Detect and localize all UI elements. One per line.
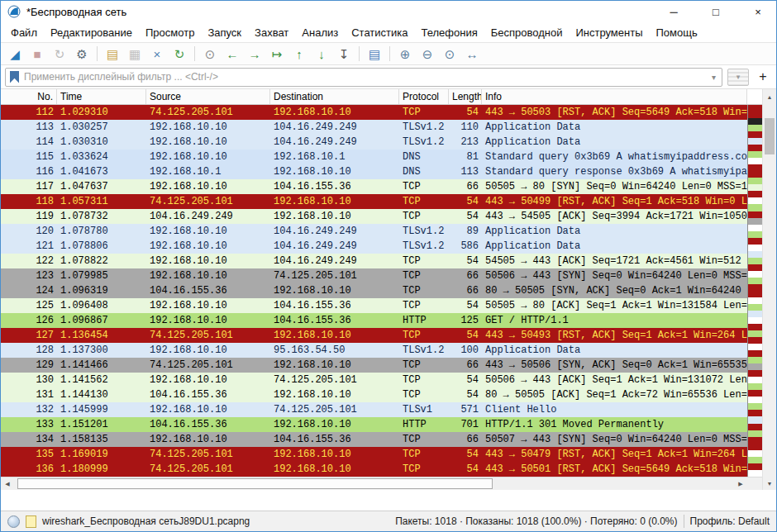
filter-bookmark-icon[interactable]	[10, 71, 19, 83]
filter-expression-button[interactable]: ▾	[727, 69, 749, 86]
horizontal-scroll-thumb[interactable]	[17, 478, 493, 489]
cell-length: 54	[449, 105, 482, 120]
packet-row[interactable]: 1211.078806192.168.10.10104.16.249.249TL…	[1, 239, 747, 254]
scroll-left-button[interactable]: ◀	[1, 477, 14, 490]
column-header-source[interactable]: Source	[146, 89, 270, 104]
column-header-info[interactable]: Info	[482, 89, 747, 104]
cell-info: 50506 → 443 [ACK] Seq=1 Ack=1 Win=131072…	[482, 373, 747, 387]
packet-row[interactable]: 1281.137300192.168.10.1095.163.54.50TLSv…	[1, 343, 747, 358]
packet-row[interactable]: 1131.030257192.168.10.10104.16.249.249TL…	[1, 120, 747, 135]
menu-analyze[interactable]: Анализ	[295, 24, 345, 41]
auto-scroll-button[interactable]: ↧	[333, 44, 355, 64]
display-filter-input[interactable]	[24, 71, 705, 83]
filter-dropdown-icon[interactable]: ▾	[710, 73, 717, 82]
stop-capture-button[interactable]: ■	[26, 44, 48, 64]
minimap-stripe	[748, 377, 762, 383]
maximize-button[interactable]: □	[698, 1, 734, 22]
display-filter-field[interactable]: ▾	[5, 68, 722, 87]
open-file-button[interactable]: ▤	[102, 44, 123, 64]
zoom-out-button[interactable]: ⊖	[417, 44, 438, 64]
close-file-button[interactable]: ×	[146, 44, 168, 64]
column-header-no[interactable]: No.	[1, 89, 57, 104]
packet-row[interactable]: 1321.145999192.168.10.1074.125.205.101TL…	[1, 402, 747, 417]
packet-row[interactable]: 1151.033624192.168.10.10192.168.10.1DNS8…	[1, 150, 747, 164]
column-header-length[interactable]: Length	[449, 89, 482, 104]
minimize-button[interactable]: ─	[655, 1, 692, 22]
restart-capture-button[interactable]: ↻	[49, 44, 70, 64]
menu-telephony[interactable]: Телефония	[414, 24, 484, 41]
column-header-protocol[interactable]: Protocol	[399, 89, 449, 104]
zoom-original-button[interactable]: ⊙	[439, 44, 460, 64]
packet-row[interactable]: 1341.158135192.168.10.10104.16.155.36TCP…	[1, 432, 747, 447]
horizontal-scroll-track[interactable]	[14, 477, 734, 490]
menu-tools[interactable]: Инструменты	[569, 24, 649, 41]
packet-row[interactable]: 1121.02931074.125.205.101192.168.10.10TC…	[1, 105, 747, 120]
packet-minimap[interactable]	[747, 105, 762, 477]
menu-capture[interactable]: Захват	[248, 24, 295, 41]
packet-row[interactable]: 1351.16901974.125.205.101192.168.10.10TC…	[1, 447, 747, 462]
start-capture-button[interactable]: ◢	[4, 44, 26, 64]
expert-information-icon[interactable]	[7, 515, 20, 528]
vertical-scroll-thumb[interactable]	[765, 118, 775, 154]
cell-time: 1.180999	[57, 462, 146, 477]
zoom-in-button[interactable]: ⊕	[394, 44, 416, 64]
cell-no: 117	[1, 179, 57, 194]
colorize-button[interactable]: ▤	[364, 44, 385, 64]
capture-filename: wireshark_Беспроводная сетьJ89DU1.pcapng	[42, 515, 250, 527]
packet-row[interactable]: 1181.05731174.125.205.101192.168.10.10TC…	[1, 194, 747, 209]
packet-row[interactable]: 1161.041673192.168.10.1192.168.10.10DNS1…	[1, 164, 747, 179]
packet-rows: 1121.02931074.125.205.101192.168.10.10TC…	[1, 105, 747, 477]
minimap-stripe	[748, 105, 762, 112]
save-file-button[interactable]: ▦	[124, 44, 145, 64]
packet-row[interactable]: 1331.151201104.16.155.36192.168.10.10HTT…	[1, 417, 747, 432]
scroll-down-button[interactable]: ▼	[762, 477, 776, 490]
menu-view[interactable]: Просмотр	[139, 24, 201, 41]
scroll-right-button[interactable]: ▶	[734, 477, 747, 490]
packet-row[interactable]: 1251.096408192.168.10.10104.16.155.36TCP…	[1, 298, 747, 313]
add-filter-button[interactable]: +	[754, 68, 772, 86]
capture-file-properties-icon[interactable]	[26, 515, 36, 528]
packet-row[interactable]: 1361.18099974.125.205.101192.168.10.10TC…	[1, 462, 747, 477]
vertical-scrollbar[interactable]	[762, 105, 776, 477]
menu-statistics[interactable]: Статистика	[345, 24, 414, 41]
cell-no: 135	[1, 447, 57, 462]
packet-row[interactable]: 1141.030310192.168.10.10104.16.249.249TL…	[1, 135, 747, 150]
packet-row[interactable]: 1171.047637192.168.10.10104.16.155.36TCP…	[1, 179, 747, 194]
first-packet-button[interactable]: ↑	[288, 44, 310, 64]
packet-row[interactable]: 1241.096319104.16.155.36192.168.10.10TCP…	[1, 283, 747, 298]
packet-row[interactable]: 1201.078780192.168.10.10104.16.249.249TL…	[1, 224, 747, 239]
resize-columns-button[interactable]: ↔	[461, 44, 483, 64]
close-button[interactable]: ×	[740, 1, 776, 22]
packet-row[interactable]: 1301.141562192.168.10.1074.125.205.101TC…	[1, 373, 747, 387]
menu-file[interactable]: Файл	[4, 24, 44, 41]
minimap-stripe	[748, 184, 762, 191]
menu-go[interactable]: Запуск	[201, 24, 248, 41]
column-header-time[interactable]: Time	[57, 89, 146, 104]
packet-row[interactable]: 1261.096867192.168.10.10104.16.155.36HTT…	[1, 313, 747, 328]
cell-no: 132	[1, 402, 57, 417]
toolbar-separator	[359, 46, 360, 61]
menu-help[interactable]: Помощь	[650, 24, 704, 41]
packet-row[interactable]: 1271.13645474.125.205.101192.168.10.10TC…	[1, 328, 747, 343]
next-packet-button[interactable]: →	[244, 44, 265, 64]
reload-file-button[interactable]: ↻	[169, 44, 190, 64]
scroll-up-button[interactable]: ▲	[762, 89, 776, 105]
column-header-destination[interactable]: Destination	[270, 89, 399, 104]
packet-row[interactable]: 1231.079985192.168.10.1074.125.205.101TC…	[1, 268, 747, 283]
horizontal-scrollbar[interactable]: ◀ ▶	[1, 477, 747, 490]
previous-packet-button[interactable]: ←	[222, 44, 243, 64]
last-packet-button[interactable]: ↓	[311, 44, 332, 64]
capture-options-button[interactable]: ⚙	[71, 44, 93, 64]
packet-row[interactable]: 1291.14146674.125.205.101192.168.10.10TC…	[1, 358, 747, 373]
menu-bar: ФайлРедактированиеПросмотрЗапускЗахватАн…	[1, 22, 776, 42]
menu-wireless[interactable]: Беспроводной	[484, 24, 570, 41]
packet-row[interactable]: 1191.078732104.16.249.249192.168.10.10TC…	[1, 209, 747, 224]
cell-destination: 74.125.205.101	[270, 402, 399, 417]
packet-row[interactable]: 1311.144130104.16.155.36192.168.10.10TCP…	[1, 387, 747, 402]
menu-edit[interactable]: Редактирование	[44, 24, 139, 41]
profile-selector[interactable]: Профиль: Default	[690, 515, 770, 527]
packet-row[interactable]: 1221.078822192.168.10.10104.16.249.249TC…	[1, 254, 747, 268]
go-to-packet-button[interactable]: ↦	[266, 44, 288, 64]
find-packet-button[interactable]: ⊙	[199, 44, 221, 64]
cell-destination: 192.168.10.10	[270, 387, 399, 402]
